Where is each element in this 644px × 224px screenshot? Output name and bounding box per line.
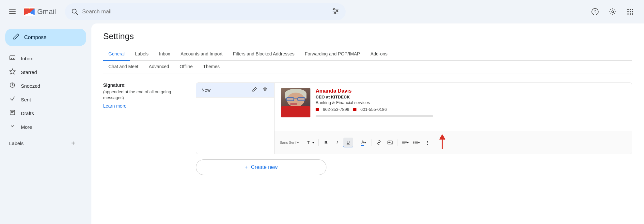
- tab-general[interactable]: General: [103, 48, 130, 61]
- more-formats-button[interactable]: ⋮: [423, 138, 432, 147]
- inbox-label: Inbox: [21, 56, 33, 61]
- image-button[interactable]: [385, 138, 395, 147]
- signature-avatar: [281, 88, 310, 117]
- toolbar-sep-4: [371, 139, 371, 146]
- svg-point-39: [413, 143, 414, 144]
- drafts-icon: [9, 109, 16, 117]
- signature-name: Amanda Davis: [316, 88, 433, 94]
- signature-role: CEO at KITDECK: [316, 95, 433, 99]
- list-chevron: ▾: [418, 141, 420, 144]
- signature-label-title: Signature:: [103, 82, 188, 88]
- sidebar: Compose Inbox Starred: [0, 23, 91, 224]
- sidebar-item-snoozed[interactable]: Snoozed: [0, 79, 86, 92]
- tab-accounts[interactable]: Accounts and Import: [175, 48, 228, 61]
- svg-point-37: [413, 141, 414, 142]
- sidebar-item-starred[interactable]: Starred: [0, 66, 86, 79]
- underline-button[interactable]: U: [343, 138, 353, 147]
- svg-point-14: [612, 11, 614, 13]
- create-new-label: Create new: [251, 164, 278, 170]
- signature-list-preview: New: [196, 82, 632, 154]
- svg-rect-0: [9, 9, 16, 10]
- topbar-right: ?: [588, 5, 637, 19]
- svg-text:?: ?: [594, 9, 596, 14]
- learn-more-link[interactable]: Learn more: [103, 103, 188, 109]
- phone-dot-1: [316, 108, 319, 111]
- help-button[interactable]: ?: [588, 5, 602, 19]
- svg-point-17: [632, 9, 633, 10]
- tab-inbox[interactable]: Inbox: [154, 48, 175, 61]
- signature-company: Banking & Financial services: [316, 100, 433, 105]
- compose-pencil-icon: [13, 33, 20, 41]
- tab-offline[interactable]: Offline: [174, 61, 198, 73]
- compose-button[interactable]: Compose: [5, 29, 86, 46]
- tabs-row-1: General Labels Inbox Accounts and Import…: [103, 48, 632, 61]
- sent-label: Sent: [21, 97, 31, 102]
- toolbar-sep-5: [398, 139, 398, 146]
- sidebar-item-more[interactable]: More: [0, 120, 86, 133]
- add-label-button[interactable]: +: [68, 138, 78, 148]
- settings-button[interactable]: [605, 5, 620, 19]
- toolbar-sep-3: [356, 139, 356, 146]
- sidebar-item-inbox[interactable]: Inbox: [0, 52, 86, 65]
- list-button[interactable]: ▾: [412, 138, 421, 147]
- signature-phones: 662-353-7899 601-555-0186: [316, 107, 433, 112]
- more-chevron-icon: [9, 123, 16, 131]
- signature-section: Signature: (appended at the end of all o…: [103, 82, 632, 175]
- tab-forwarding[interactable]: Forwarding and POP/IMAP: [300, 48, 365, 61]
- svg-point-18: [627, 11, 629, 12]
- font-size-chevron: ▾: [312, 141, 314, 144]
- gmail-logo: Gmail: [24, 7, 56, 16]
- svg-rect-2: [9, 13, 16, 14]
- svg-point-21: [627, 13, 629, 15]
- star-icon: [9, 68, 16, 76]
- signature-toolbar: Sans Serif ▾ T ▾ B: [275, 131, 632, 154]
- tab-themes[interactable]: Themes: [198, 61, 225, 73]
- sig-item-label: New: [201, 87, 251, 93]
- font-size-button[interactable]: T ▾: [306, 138, 316, 147]
- sidebar-item-drafts[interactable]: Drafts: [0, 107, 86, 120]
- signature-card: Amanda Davis CEO at KITDECK Banking & Fi…: [281, 88, 625, 117]
- signature-list-item-new[interactable]: New: [196, 83, 274, 97]
- align-button[interactable]: ▾: [401, 138, 410, 147]
- tab-filters[interactable]: Filters and Blocked Addresses: [228, 48, 300, 61]
- svg-point-16: [630, 9, 631, 10]
- search-tune-icon[interactable]: [332, 7, 339, 16]
- signature-phone2: 601-555-0186: [360, 107, 387, 112]
- snoozed-label: Snoozed: [21, 83, 40, 89]
- sig-edit-button[interactable]: [251, 86, 259, 94]
- signature-list: New: [196, 83, 275, 154]
- search-input[interactable]: [82, 8, 328, 15]
- font-family-selector[interactable]: Sans Serif ▾: [278, 138, 300, 147]
- svg-point-11: [334, 12, 336, 14]
- sidebar-item-sent[interactable]: Sent: [0, 93, 86, 106]
- italic-button[interactable]: I: [332, 138, 342, 147]
- tab-chat[interactable]: Chat and Meet: [103, 61, 144, 73]
- apps-button[interactable]: [623, 5, 637, 19]
- signature-preview-content: Amanda Davis CEO at KITDECK Banking & Fi…: [275, 83, 632, 131]
- svg-point-20: [632, 11, 633, 12]
- toolbar-sep-2: [318, 139, 319, 146]
- svg-point-10: [336, 10, 338, 12]
- signature-info: Amanda Davis CEO at KITDECK Banking & Fi…: [316, 88, 433, 117]
- svg-text:T: T: [307, 140, 310, 145]
- search-bar: [65, 3, 346, 20]
- app-name: Gmail: [37, 7, 56, 16]
- tab-labels[interactable]: Labels: [130, 48, 154, 61]
- link-button[interactable]: [374, 138, 384, 147]
- tab-advanced[interactable]: Advanced: [144, 61, 174, 73]
- svg-point-22: [630, 13, 631, 15]
- bold-button[interactable]: B: [321, 138, 331, 147]
- svg-marker-25: [10, 69, 15, 74]
- search-icon: [71, 8, 78, 15]
- menu-button[interactable]: [7, 6, 18, 18]
- sig-delete-button[interactable]: [261, 86, 269, 94]
- labels-title: Labels: [9, 141, 24, 146]
- font-family-chevron: ▾: [297, 141, 299, 145]
- toolbar-sep-1: [303, 139, 303, 146]
- svg-point-19: [630, 11, 631, 12]
- create-new-button[interactable]: + Create new: [196, 159, 326, 175]
- tab-addons[interactable]: Add-ons: [365, 48, 393, 61]
- font-color-button[interactable]: A ▾: [359, 138, 369, 147]
- sent-icon: [9, 96, 16, 104]
- signature-phone1: 662-353-7899: [323, 107, 349, 112]
